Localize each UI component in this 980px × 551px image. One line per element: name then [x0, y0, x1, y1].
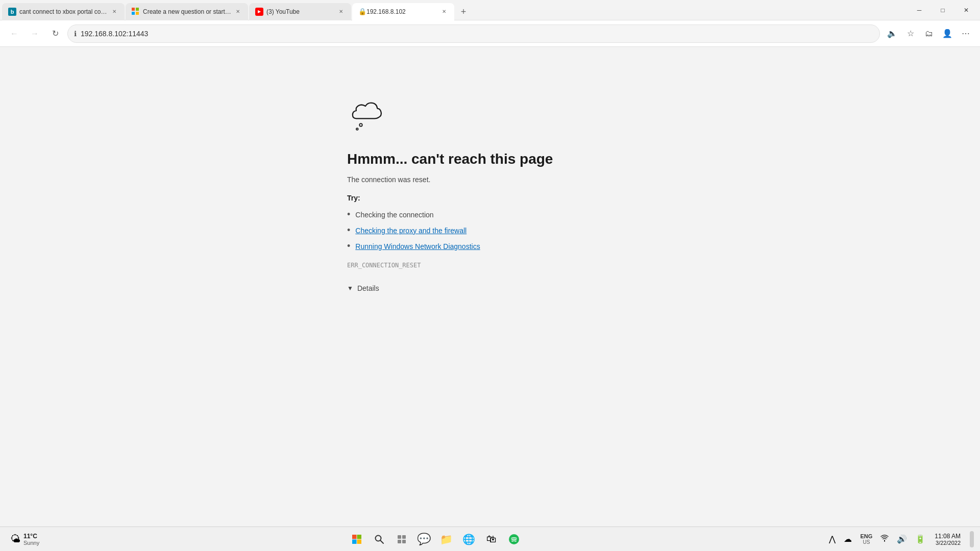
show-desktop-button[interactable]	[970, 531, 974, 547]
profile-icon[interactable]: 👤	[939, 26, 955, 42]
try-label: Try:	[347, 194, 633, 202]
wifi-icon[interactable]	[878, 532, 891, 546]
proxy-firewall-link[interactable]: Checking the proxy and the firewall	[355, 227, 467, 235]
error-title: Hmmm... can't reach this page	[347, 151, 633, 167]
tab-1[interactable]: b cant connect to xbox portal con... ✕	[2, 3, 125, 20]
address-text: 192.168.8.102:11443	[81, 30, 148, 38]
collections-icon[interactable]: 🗂	[921, 26, 937, 42]
chevron-down-icon: ▼	[347, 285, 353, 292]
volume-icon[interactable]: 🔊	[895, 532, 909, 546]
tab-3[interactable]: ▶ (3) YouTube ✕	[249, 3, 351, 20]
address-url: 192.168.8.102	[81, 30, 127, 38]
msft-favicon	[132, 8, 140, 16]
weather-condition: Sunny	[23, 540, 39, 546]
language-lang: ENG	[860, 533, 872, 539]
lock-favicon: 🔒	[358, 8, 366, 16]
language-indicator[interactable]: ENG US	[858, 532, 874, 546]
tab-1-close[interactable]: ✕	[110, 8, 118, 16]
error-page: Hmmm... can't reach this page The connec…	[337, 78, 643, 527]
try-list: Checking the connection Checking the pro…	[347, 209, 633, 252]
new-tab-button[interactable]: +	[455, 4, 472, 20]
more-icon[interactable]: ⋯	[958, 26, 974, 42]
tab-2[interactable]: Create a new question or start a... ✕	[126, 3, 248, 20]
taskbar: 🌤 11°C Sunny	[0, 527, 980, 551]
svg-rect-10	[398, 540, 401, 543]
file-explorer-button[interactable]: 📁	[436, 529, 457, 549]
maximize-button[interactable]: □	[931, 2, 954, 18]
battery-icon[interactable]: 🔋	[913, 532, 927, 546]
tabs-area: b cant connect to xbox portal con... ✕ C…	[0, 0, 908, 20]
taskbar-center: 💬 📁 🌐 🛍	[43, 529, 827, 549]
weather-temp: 11°C	[23, 533, 39, 540]
error-code: ERR_CONNECTION_RESET	[347, 262, 633, 269]
address-port: :11443	[127, 30, 149, 38]
spotify-button[interactable]	[504, 529, 524, 549]
cloud-icon	[347, 88, 633, 136]
svg-rect-9	[402, 535, 406, 539]
tab-3-close[interactable]: ✕	[337, 8, 345, 16]
weather-info: 11°C Sunny	[23, 533, 39, 546]
refresh-button[interactable]: ↻	[47, 26, 63, 42]
clock[interactable]: 11:08 AM 3/22/2022	[932, 531, 964, 548]
svg-rect-4	[352, 539, 357, 544]
details-button[interactable]: ▼ Details	[347, 284, 379, 292]
svg-point-1	[356, 128, 358, 130]
youtube-favicon: ▶	[255, 8, 263, 16]
checking-connection-text: Checking the connection	[355, 211, 433, 219]
system-tray-expand[interactable]: ⋀	[827, 532, 838, 546]
svg-rect-2	[352, 535, 357, 539]
search-button[interactable]	[369, 529, 389, 549]
details-label: Details	[357, 284, 379, 292]
clock-date: 3/22/2022	[936, 540, 961, 546]
svg-rect-5	[357, 539, 361, 544]
start-button[interactable]	[347, 529, 367, 549]
store-button[interactable]: 🛍	[481, 529, 502, 549]
list-item-3: Running Windows Network Diagnostics	[347, 241, 633, 252]
error-subtitle: The connection was reset.	[347, 176, 633, 184]
svg-rect-8	[398, 535, 401, 539]
svg-rect-11	[402, 540, 406, 543]
clock-time: 11:08 AM	[935, 533, 961, 540]
tab-1-title: cant connect to xbox portal con...	[19, 8, 108, 15]
list-item-1: Checking the connection	[347, 209, 633, 220]
read-aloud-icon[interactable]: 🔈	[884, 26, 900, 42]
navbar: ← → ↻ ℹ 192.168.8.102:11443 🔈 ☆ 🗂 👤 ⋯	[0, 20, 980, 47]
widgets-button[interactable]	[391, 529, 412, 549]
tab-2-title: Create a new question or start a...	[143, 8, 232, 15]
svg-rect-3	[357, 535, 361, 539]
bing-favicon: b	[8, 8, 16, 16]
onedrive-icon[interactable]: ☁	[842, 532, 854, 546]
minimize-button[interactable]: ─	[908, 2, 931, 18]
weather-widget[interactable]: 🌤 11°C Sunny	[6, 531, 43, 548]
tab-2-close[interactable]: ✕	[234, 8, 242, 16]
window-controls: ─ □ ✕	[908, 0, 980, 20]
address-bar[interactable]: ℹ 192.168.8.102:11443	[67, 24, 880, 43]
language-region: US	[863, 539, 870, 545]
tab-3-title: (3) YouTube	[266, 8, 335, 15]
svg-point-0	[359, 123, 362, 126]
list-item-2: Checking the proxy and the firewall	[347, 225, 633, 236]
close-button[interactable]: ✕	[954, 2, 978, 18]
info-icon[interactable]: ℹ	[74, 30, 77, 38]
tab-4-close[interactable]: ✕	[440, 8, 448, 16]
tab-4-title: 192.168.8.102	[366, 8, 438, 15]
browser-content: Hmmm... can't reach this page The connec…	[0, 47, 980, 527]
network-diagnostics-link[interactable]: Running Windows Network Diagnostics	[355, 242, 480, 251]
edge-button[interactable]: 🌐	[459, 529, 479, 549]
toolbar-icons: 🔈 ☆ 🗂 👤 ⋯	[884, 26, 974, 42]
svg-line-7	[380, 540, 383, 543]
tab-4[interactable]: 🔒 192.168.8.102 ✕	[352, 3, 454, 20]
weather-icon: 🌤	[10, 533, 20, 545]
forward-button[interactable]: →	[27, 26, 43, 42]
chat-button[interactable]: 💬	[414, 529, 434, 549]
taskbar-right: ⋀ ☁ ENG US 🔊 🔋 11:08 AM 3/22/2022	[827, 531, 974, 548]
back-button[interactable]: ←	[6, 26, 22, 42]
titlebar: b cant connect to xbox portal con... ✕ C…	[0, 0, 980, 20]
favorites-icon[interactable]: ☆	[902, 26, 919, 42]
